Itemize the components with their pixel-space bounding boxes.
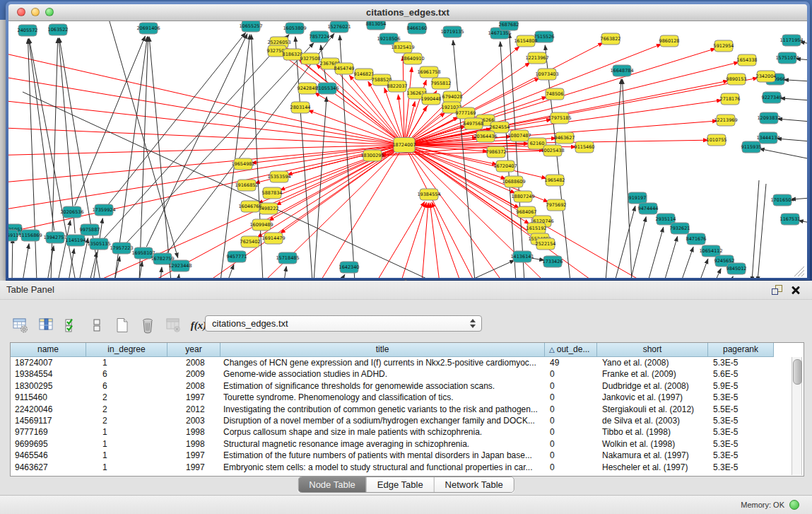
network-canvas[interactable]: 2405572106352220691406106552571605380915… xyxy=(8,21,807,278)
graph-node[interactable]: 8813054 xyxy=(366,21,387,30)
graph-node[interactable]: 2342004 xyxy=(756,71,777,82)
graph-node[interactable]: 10807487 xyxy=(507,130,531,141)
graph-node[interactable]: 15353594 xyxy=(267,171,290,182)
graph-node[interactable]: 8466160 xyxy=(407,23,428,34)
graph-node[interactable]: 1167531 xyxy=(780,214,801,225)
table-row[interactable]: 1872400712008Changes of HCN gene express… xyxy=(11,357,804,368)
graph-node[interactable]: 7986372 xyxy=(486,146,507,158)
graph-node[interactable]: 18807249 xyxy=(511,191,534,202)
graph-node[interactable]: 14136141 xyxy=(510,251,534,262)
graph-node[interactable]: 10655257 xyxy=(239,21,262,32)
graph-node[interactable]: 9860128 xyxy=(659,35,680,47)
graph-node[interactable]: 9777169 xyxy=(456,107,476,119)
graph-node[interactable]: 1965482 xyxy=(545,175,565,186)
row-pair-icon[interactable] xyxy=(86,315,107,335)
graph-node[interactable]: 9115460 xyxy=(575,141,595,153)
graph-node[interactable]: 19166852 xyxy=(235,180,258,191)
table-row[interactable]: 977716911998Corpus callosum shape and si… xyxy=(11,426,804,438)
graph-node[interactable]: 9457771 xyxy=(227,251,247,262)
graph-node[interactable]: 7975692 xyxy=(546,199,567,211)
trash-icon[interactable] xyxy=(137,315,158,335)
graph-node[interactable]: 18640910 xyxy=(401,53,424,64)
network-graph[interactable]: 2405572106352220691406106552571605380915… xyxy=(8,21,807,278)
graph-node[interactable]: 1010755 xyxy=(707,134,727,146)
graph-node[interactable]: 21055346 xyxy=(315,83,339,94)
graph-node[interactable]: 2687682 xyxy=(499,21,519,30)
graph-node[interactable]: 19654982 xyxy=(231,158,254,170)
graph-node[interactable]: 9242848 xyxy=(298,83,318,94)
graph-node[interactable]: 1990448 xyxy=(421,93,442,105)
graph-node[interactable]: 15718485 xyxy=(276,252,299,264)
canvas-resize-grip[interactable] xyxy=(794,267,804,276)
zoom-button[interactable] xyxy=(45,8,54,16)
graph-node[interactable]: 16914479 xyxy=(261,233,285,244)
graph-node[interactable]: 16053809 xyxy=(283,23,306,34)
graph-node[interactable]: 15751074 xyxy=(775,52,799,64)
graph-node[interactable]: 9975887 xyxy=(80,224,100,235)
column-header-name[interactable]: name xyxy=(11,343,86,357)
table-row[interactable]: 1938455462009Genome-wide association stu… xyxy=(11,368,804,380)
table-selector-dropdown[interactable]: citations_edges.txt xyxy=(205,315,482,332)
graph-node[interactable]: 7625402 xyxy=(240,236,261,247)
table-row[interactable]: 946554611997Estimation of the future num… xyxy=(11,450,804,461)
graph-node[interactable]: 16720407 xyxy=(493,160,517,172)
graph-node[interactable]: 17957223 xyxy=(110,243,133,254)
graph-node[interactable]: 1145194 xyxy=(66,235,86,246)
table-panel-header[interactable]: Table Panel xyxy=(0,281,812,300)
graph-node[interactable]: 1654338 xyxy=(737,54,758,66)
table-column-icon[interactable] xyxy=(35,315,57,335)
table-row[interactable]: 911546021997Tourette syndrome. Phenomeno… xyxy=(11,392,804,403)
graph-node[interactable]: 18325419 xyxy=(391,42,414,53)
column-checklist-icon[interactable] xyxy=(61,315,82,335)
graph-node[interactable]: 9845012 xyxy=(726,263,747,274)
table-settings-icon[interactable] xyxy=(10,315,31,335)
graph-node[interactable]: 8471676 xyxy=(686,233,707,245)
table-row[interactable]: 946362711997Embryonic stem cells: a mode… xyxy=(11,462,804,473)
graph-node[interactable]: 16154808 xyxy=(514,35,537,47)
graph-node[interactable]: 12923448 xyxy=(168,260,192,271)
graph-node[interactable]: 16961758 xyxy=(417,66,440,78)
vertical-scrollbar[interactable] xyxy=(792,357,802,475)
graph-node[interactable]: 17975185 xyxy=(548,112,571,124)
graph-node[interactable]: 7932621 xyxy=(670,223,690,234)
graph-node[interactable]: 16648784 xyxy=(610,65,633,76)
graph-node[interactable]: 12093832 xyxy=(757,112,780,124)
window-titlebar[interactable]: citations_edges.txt xyxy=(8,4,807,21)
table-row[interactable]: 969969511998Structural magnetic resonanc… xyxy=(11,438,804,450)
graph-node[interactable]: 10688609 xyxy=(502,176,525,187)
table-row[interactable]: 2242004622012Investigating the contribut… xyxy=(11,404,804,415)
graph-node[interactable]: 15276021 xyxy=(327,21,351,33)
column-header-year[interactable]: year xyxy=(167,343,220,357)
graph-node[interactable]: 10973403 xyxy=(535,69,558,80)
graph-node[interactable]: 11156869 xyxy=(18,230,42,241)
graph-node[interactable]: 748506 xyxy=(546,88,564,100)
new-file-icon[interactable] xyxy=(112,315,133,335)
graph-node[interactable]: 18724007 xyxy=(392,138,416,153)
graph-node[interactable]: 8822037 xyxy=(387,81,408,92)
graph-node[interactable]: 16099489 xyxy=(249,219,273,230)
table-row[interactable]: 1456911722003Disruption of a novel membe… xyxy=(11,415,804,426)
graph-node[interactable]: 20206536 xyxy=(60,206,83,218)
close-panel-icon[interactable] xyxy=(791,285,801,295)
graph-node[interactable]: 9474444 xyxy=(638,203,659,214)
table-row[interactable]: 1830029562008Estimation of significance … xyxy=(11,380,804,392)
graph-node[interactable]: 9327508 xyxy=(300,53,321,64)
tab-network-table[interactable]: Network Table xyxy=(434,477,514,492)
tab-node-table[interactable]: Node Table xyxy=(298,477,366,492)
graph-node[interactable]: 9890153 xyxy=(726,74,747,85)
graph-node[interactable]: 9463627 xyxy=(555,132,575,144)
graph-node[interactable]: 19384554 xyxy=(417,189,440,200)
graph-node[interactable]: 5912954 xyxy=(714,40,734,52)
column-header-short[interactable]: short xyxy=(597,343,708,357)
graph-node[interactable]: 12213967 xyxy=(525,52,548,64)
graph-node[interactable]: 11171954 xyxy=(779,35,803,46)
graph-node[interactable]: 12213969 xyxy=(714,115,737,126)
graph-node[interactable]: 6497568 xyxy=(464,118,484,129)
graph-node[interactable]: 3915911 xyxy=(8,230,18,241)
graph-node[interactable]: 10025438 xyxy=(541,145,564,156)
graph-node[interactable]: 13942757 xyxy=(43,232,66,243)
scrollbar-thumb[interactable] xyxy=(793,359,802,385)
graph-node[interactable]: 1733426 xyxy=(543,256,563,267)
graph-node[interactable]: 919197 xyxy=(628,192,647,204)
graph-node[interactable]: 10719135 xyxy=(440,26,464,37)
